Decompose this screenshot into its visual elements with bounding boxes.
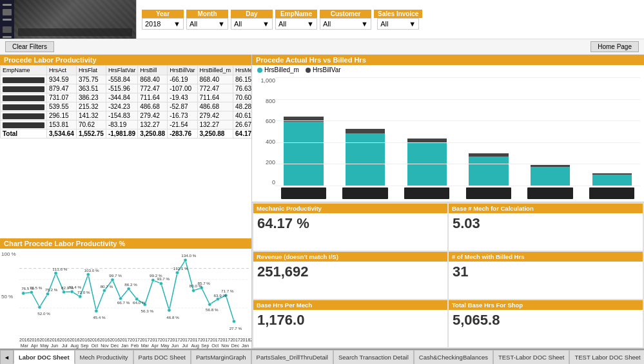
tab-cash&checkingbalances[interactable]: Cash&CheckingBalances xyxy=(414,350,493,364)
svg-point-28 xyxy=(208,303,211,306)
sidebar-icon-5[interactable] xyxy=(3,36,12,38)
bar-group-3 xyxy=(398,139,455,199)
customer-filter-group: Customer All ▼ xyxy=(320,10,371,30)
empname-value: All xyxy=(278,20,286,28)
svg-point-16 xyxy=(111,278,114,282)
svg-text:134.0 %: 134.0 % xyxy=(181,253,197,258)
tab-container: Labor DOC SheetMech ProductivityParts DO… xyxy=(14,350,644,364)
day-label: Day xyxy=(231,10,273,18)
col-hrsbill: HrsBill xyxy=(138,66,168,75)
bar-chart-y-axis: 1,000 800 600 400 200 0 xyxy=(255,77,275,199)
labor-productivity-table: EmpName HrsAct HrsFlat HrsFlatVar HrsBil… xyxy=(0,65,251,139)
tab-bar: ◄ Labor DOC SheetMech ProductivityParts … xyxy=(0,349,644,364)
month-select[interactable]: All ▼ xyxy=(186,18,228,30)
customer-value: All xyxy=(323,20,331,28)
svg-text:46.8 %: 46.8 % xyxy=(166,315,179,320)
month-filter-group: Month All ▼ xyxy=(186,10,228,30)
tab-partsmargingraph[interactable]: PartsMarginGraph xyxy=(191,350,251,364)
legend-var-dot xyxy=(306,68,311,73)
table-row: 539.55 215.32 -324.23 486.68 -52.87 486.… xyxy=(1,102,252,111)
tab-labor-doc-sheet[interactable]: Labor DOC Sheet xyxy=(14,350,75,364)
sidebar-icon-1[interactable] xyxy=(3,4,12,6)
bar-billed-4 xyxy=(469,157,508,186)
kpi-revenue-value: 251,692 xyxy=(253,262,447,282)
sales-invoice-value: All xyxy=(380,20,388,28)
action-bar: Clear Filters Home Page xyxy=(0,39,644,55)
svg-text:71.7 %: 71.7 % xyxy=(221,289,234,294)
home-page-button[interactable]: Home Page xyxy=(590,41,639,52)
kpi-panel: Mechanic Productivity 64.17 % Base # Mec… xyxy=(252,202,644,349)
col-hrsact: HrsAct xyxy=(47,66,77,75)
svg-point-24 xyxy=(175,271,179,274)
svg-text:103.0 %: 103.0 % xyxy=(84,268,100,273)
tab-parts-doc-sheet[interactable]: Parts DOC Sheet xyxy=(133,350,191,364)
empname-select[interactable]: All ▼ xyxy=(275,18,317,30)
bar-group-6 xyxy=(583,173,640,199)
svg-point-8 xyxy=(46,292,49,296)
bar-chart-legend: HrsBilled_m HrsBillVar xyxy=(252,65,644,75)
tab-search-transaction-detail[interactable]: Search Transaction Detail xyxy=(333,350,414,364)
labor-productivity-header: Procede Labor Productivity xyxy=(0,55,251,65)
tab-test-labor-doc-sheet[interactable]: TEST Labor DOC Sheet xyxy=(569,350,644,364)
line-chart-section: Chart Procede Labor Productivity % xyxy=(0,238,251,349)
empname-label: EmpName xyxy=(275,10,317,18)
kpi-mech-prod-header: Mechanic Productivity xyxy=(253,204,447,213)
svg-point-23 xyxy=(168,309,171,312)
bar-billed-6 xyxy=(592,175,632,186)
svg-text:78.5 %: 78.5 % xyxy=(30,285,43,290)
sidebar-icon-4[interactable] xyxy=(3,26,12,33)
bars-area xyxy=(275,77,640,199)
svg-point-18 xyxy=(127,287,130,291)
svg-text:52.0 %: 52.0 % xyxy=(37,311,50,316)
svg-point-31 xyxy=(232,320,235,323)
sidebar-icon-2[interactable] xyxy=(3,9,12,15)
clear-filters-button[interactable]: Clear Filters xyxy=(5,41,54,52)
kpi-base-hrs-per-mech: Base Hrs Per Mech 1,176.0 xyxy=(253,300,447,347)
sidebar xyxy=(0,0,14,39)
table-row: 296.15 141.32 -154.83 279.42 -16.73 279.… xyxy=(1,111,252,120)
month-label: Month xyxy=(186,10,228,18)
labor-productivity-table-container[interactable]: EmpName HrsAct HrsFlat HrsFlatVar HrsBil… xyxy=(0,65,251,238)
year-label: Year xyxy=(142,10,184,18)
tab-arrow-left[interactable]: ◄ xyxy=(0,350,14,364)
bar-group-2 xyxy=(337,129,394,199)
sales-invoice-filter-group: Sales Invoice All ▼ xyxy=(374,10,422,30)
bar-chart-panel: Procede Actual Hrs vs Billed Hrs HrsBill… xyxy=(252,55,644,202)
bar-label-1 xyxy=(281,187,326,199)
svg-text:83.4 %: 83.4 % xyxy=(68,285,81,289)
bar-billed-1 xyxy=(284,122,323,186)
bar-label-4 xyxy=(466,187,511,199)
kpi-revenue: Revenue (doesn't match I/S) 251,692 xyxy=(253,252,447,299)
svg-point-7 xyxy=(38,305,41,309)
customer-select[interactable]: All ▼ xyxy=(320,18,371,30)
tab-partssales_drillthrudetail[interactable]: PartsSales_DrillThruDetail xyxy=(251,350,333,364)
year-value: 2018 xyxy=(145,20,161,28)
bar-chart-header: Procede Actual Hrs vs Billed Hrs xyxy=(252,55,644,65)
day-select[interactable]: All ▼ xyxy=(231,18,273,30)
sales-invoice-select[interactable]: All ▼ xyxy=(377,18,419,30)
kpi-total-base-hrs: Total Base Hrs For Shop 5,065.8 xyxy=(449,300,643,347)
svg-point-13 xyxy=(86,273,90,276)
kpi-mech-prod-value: 64.17 % xyxy=(253,213,447,234)
kpi-base-mech: Base # Mech for Calculation 5.03 xyxy=(449,204,643,251)
sidebar-icon-3[interactable] xyxy=(3,19,12,21)
year-select[interactable]: 2018 ▼ xyxy=(142,18,184,30)
main-content: Procede Labor Productivity EmpName HrsAc… xyxy=(0,55,644,349)
svg-text:27.7 %: 27.7 % xyxy=(229,326,242,330)
empname-filter-group: EmpName All ▼ xyxy=(275,10,317,30)
legend-billed-label: HrsBilled_m xyxy=(264,66,299,73)
bar-group-1 xyxy=(275,117,332,199)
bar-group-5 xyxy=(522,165,579,199)
tab-test-labor-doc-sheet[interactable]: TEST-Labor DOC Sheet xyxy=(493,350,569,364)
line-chart-body: 76.5 % 78.5 % 52.0 % 75.2 % 111.6 % 82.9… xyxy=(0,249,251,349)
sales-invoice-label: Sales Invoice xyxy=(374,10,422,18)
svg-point-10 xyxy=(62,291,65,294)
svg-point-25 xyxy=(184,258,187,262)
bar-label-3 xyxy=(404,187,449,199)
bar-group-4 xyxy=(460,153,517,199)
col-hrsbilledm: HrsBilled_m xyxy=(197,66,233,75)
line-x-labels: 2016Mar 2016Apr 2016May 2016Jun 2016Jul … xyxy=(19,338,251,349)
bar-label-2 xyxy=(342,187,387,199)
tab-mech-productivity[interactable]: Mech Productivity xyxy=(75,350,133,364)
svg-point-15 xyxy=(102,289,106,292)
